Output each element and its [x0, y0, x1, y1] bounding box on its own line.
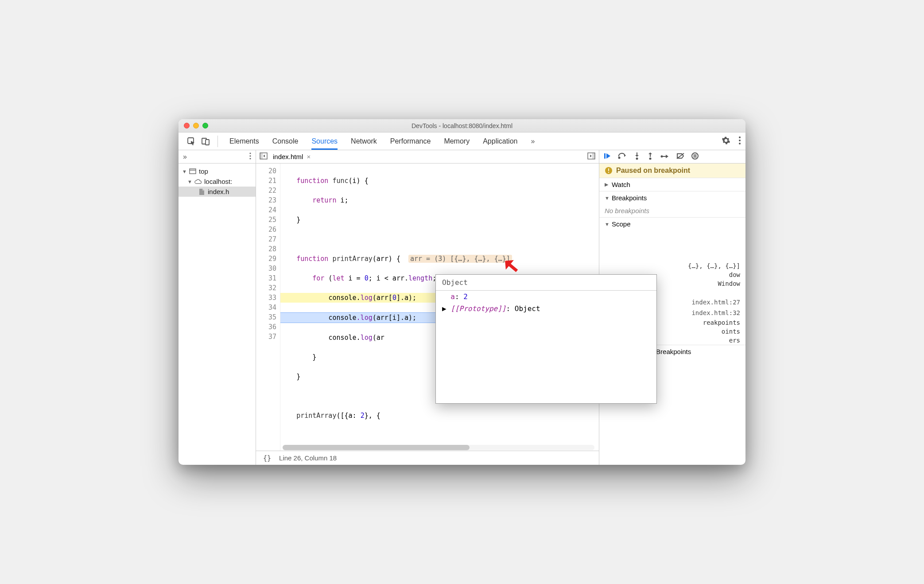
pretty-print-icon[interactable]: {}	[263, 454, 271, 462]
tree-origin-label: localhost:	[204, 178, 232, 185]
pause-exceptions-icon[interactable]	[691, 152, 699, 161]
file-icon	[198, 189, 205, 195]
line-number: 26	[256, 225, 276, 234]
resume-icon[interactable]	[604, 152, 611, 161]
device-toolbar-icon[interactable]	[201, 136, 210, 146]
file-tab-label: index.html	[273, 153, 303, 160]
tooltip-property[interactable]: a: 2	[436, 291, 656, 303]
file-tab-index[interactable]: index.html ×	[271, 153, 312, 160]
svg-rect-29	[608, 172, 609, 173]
file-tree: ▼ top ▼ localhost: index.h	[179, 164, 256, 199]
svg-point-18	[636, 158, 638, 160]
tab-console[interactable]: Console	[272, 132, 299, 150]
line-number: 36	[256, 322, 276, 332]
tree-file-index[interactable]: index.h	[179, 187, 256, 197]
navigator-pane: » ▼ top ▼ localhost: index.h	[179, 150, 256, 465]
toolbar-divider	[217, 136, 218, 147]
svg-point-3	[739, 136, 741, 138]
line-number: 23	[256, 195, 276, 205]
svg-rect-26	[695, 154, 696, 158]
svg-point-5	[739, 143, 741, 144]
svg-rect-2	[206, 140, 209, 145]
line-number: 28	[256, 244, 276, 254]
frame-icon	[189, 168, 196, 175]
scope-section[interactable]: ▼Scope	[599, 217, 745, 230]
scrollbar-thumb[interactable]	[283, 445, 470, 450]
panel-tabs: Elements Console Sources Network Perform…	[225, 132, 717, 150]
line-number: 24	[256, 205, 276, 215]
expand-arrow-icon: ▼	[182, 169, 186, 174]
show-navigator-icon[interactable]	[260, 152, 268, 161]
breakpoints-section[interactable]: ▼Breakpoints	[599, 191, 745, 204]
show-debugger-icon[interactable]	[587, 152, 595, 161]
svg-rect-9	[190, 169, 196, 174]
watch-section[interactable]: ▶Watch	[599, 178, 745, 191]
line-number: 35	[256, 312, 276, 322]
tab-performance[interactable]: Performance	[390, 132, 431, 150]
expand-arrow-icon: ▼	[187, 179, 192, 184]
navigator-kebab-icon[interactable]	[249, 152, 251, 161]
line-number: 20	[256, 166, 276, 176]
window-title: DevTools - localhost:8080/index.html	[179, 122, 745, 129]
tooltip-header: Object	[436, 275, 656, 291]
svg-point-6	[249, 152, 251, 154]
titlebar: DevTools - localhost:8080/index.html	[179, 119, 745, 132]
line-number: 34	[256, 303, 276, 312]
status-bar: {} Line 26, Column 18	[256, 451, 599, 465]
settings-gear-icon[interactable]	[722, 136, 730, 147]
line-number: 30	[256, 264, 276, 273]
line-number: 25	[256, 215, 276, 225]
paused-banner: Paused on breakpoint	[599, 164, 745, 178]
deactivate-breakpoints-icon[interactable]	[676, 152, 684, 161]
tree-top-label: top	[199, 167, 208, 175]
svg-point-22	[661, 156, 663, 158]
svg-point-4	[739, 140, 741, 141]
horizontal-scrollbar[interactable]	[283, 445, 594, 450]
line-number: 33	[256, 293, 276, 303]
toolbar-right	[722, 136, 741, 147]
tab-sources[interactable]: Sources	[311, 132, 338, 150]
svg-rect-15	[604, 153, 606, 159]
svg-rect-28	[608, 168, 609, 171]
svg-rect-25	[694, 154, 695, 158]
inline-value: arr = (3) [{…}, {…}, {…}]	[408, 255, 512, 263]
step-into-icon[interactable]	[634, 152, 640, 161]
navigator-more-button[interactable]: »	[183, 153, 187, 161]
more-tabs-button[interactable]: »	[531, 132, 535, 150]
line-number: 29	[256, 254, 276, 264]
no-breakpoints-text: No breakpoints	[599, 204, 745, 217]
kebab-menu-icon[interactable]	[738, 136, 741, 147]
line-gutter: 20 21 22 23 24 25 26 27 28 29 30 31 32 3…	[256, 164, 280, 451]
paused-text: Paused on breakpoint	[616, 167, 690, 175]
tooltip-prototype[interactable]: ▶ [[Prototype]]: Object	[436, 303, 656, 315]
svg-rect-14	[592, 153, 595, 159]
tab-memory[interactable]: Memory	[444, 132, 470, 150]
debugger-controls	[599, 150, 745, 164]
main-toolbar: Elements Console Sources Network Perform…	[179, 132, 745, 150]
svg-point-24	[692, 153, 698, 159]
line-number: 21	[256, 176, 276, 186]
step-out-icon[interactable]	[647, 152, 653, 161]
line-number: 31	[256, 273, 276, 283]
file-tabs-bar: index.html ×	[256, 150, 599, 164]
svg-point-20	[649, 158, 652, 160]
close-tab-icon[interactable]: ×	[307, 153, 311, 160]
tree-origin[interactable]: ▼ localhost:	[179, 176, 256, 187]
tab-network[interactable]: Network	[351, 132, 377, 150]
svg-point-8	[249, 158, 251, 159]
svg-point-16	[618, 157, 621, 159]
svg-rect-12	[260, 153, 263, 159]
step-icon[interactable]	[660, 153, 669, 160]
tab-application[interactable]: Application	[483, 132, 517, 150]
tree-top-frame[interactable]: ▼ top	[179, 166, 256, 176]
value-tooltip: Object a: 2 ▶ [[Prototype]]: Object	[435, 274, 657, 404]
tab-elements[interactable]: Elements	[229, 132, 259, 150]
scope-value: {…}, {…}, {…}]	[599, 261, 745, 270]
inspect-element-icon[interactable]	[186, 136, 196, 146]
line-number: 37	[256, 332, 276, 342]
step-over-icon[interactable]	[618, 153, 627, 160]
tree-file-label: index.h	[208, 188, 229, 195]
line-number: 27	[256, 234, 276, 244]
line-number: 22	[256, 186, 276, 195]
devtools-window: DevTools - localhost:8080/index.html Ele…	[179, 119, 745, 465]
